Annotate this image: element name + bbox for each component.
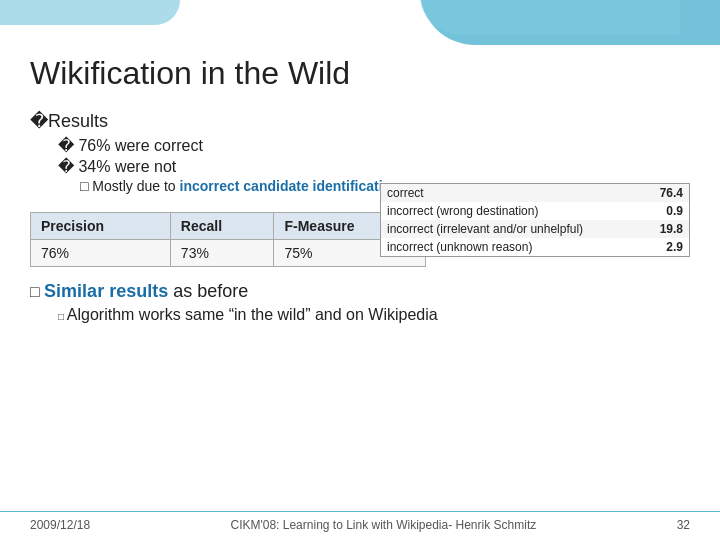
- top-decoration: [0, 0, 720, 60]
- metrics-table: Precision Recall F-Measure 76% 73% 75%: [30, 212, 426, 267]
- similar-title-bold: Similar results: [44, 281, 168, 301]
- results-table-row: incorrect (unknown reason)2.9: [381, 238, 689, 256]
- similar-sub: □ Algorithm works same “in the wild” and…: [58, 306, 690, 324]
- footer-divider: [0, 511, 720, 512]
- slide-title: Wikification in the Wild: [30, 55, 690, 92]
- results-inner-table: correct76.4incorrect (wrong destination)…: [381, 184, 689, 256]
- results-table-row: correct76.4: [381, 184, 689, 202]
- similar-title-rest: as before: [173, 281, 248, 301]
- results-float-table: correct76.4incorrect (wrong destination)…: [380, 183, 690, 257]
- similar-title: □ Similar results as before: [30, 281, 690, 302]
- footer-citation: CIKM'08: Learning to Link with Wikipedia…: [230, 518, 536, 532]
- results-table-row: incorrect (irrelevant and/or unhelpful)1…: [381, 220, 689, 238]
- precision-value: 76%: [31, 240, 171, 267]
- wave-shape-2: [420, 0, 680, 35]
- footer: 2009/12/18 CIKM'08: Learning to Link wit…: [0, 518, 720, 532]
- results-bullets: �Results � 76% were correct � 34% were n…: [30, 110, 690, 194]
- arrow-icon: □: [58, 311, 67, 322]
- bullet-results: �Results: [30, 110, 690, 132]
- recall-value: 73%: [170, 240, 274, 267]
- metrics-row: 76% 73% 75%: [31, 240, 426, 267]
- slide-content: Wikification in the Wild �Results � 76% …: [30, 55, 690, 510]
- results-section: �Results � 76% were correct � 34% were n…: [30, 110, 690, 204]
- col-precision: Precision: [31, 213, 171, 240]
- bullet-34: � 34% were not: [58, 157, 690, 176]
- wave-shape-3: [0, 0, 180, 25]
- bullet-76: � 76% were correct: [58, 136, 690, 155]
- bullet-mostly-bold: incorrect candidate identification: [180, 178, 400, 194]
- footer-date: 2009/12/18: [30, 518, 90, 532]
- col-recall: Recall: [170, 213, 274, 240]
- similar-section: □ Similar results as before □ Algorithm …: [30, 281, 690, 324]
- footer-page: 32: [677, 518, 690, 532]
- bullet-mostly-plain: □: [80, 178, 92, 194]
- results-table-row: incorrect (wrong destination)0.9: [381, 202, 689, 220]
